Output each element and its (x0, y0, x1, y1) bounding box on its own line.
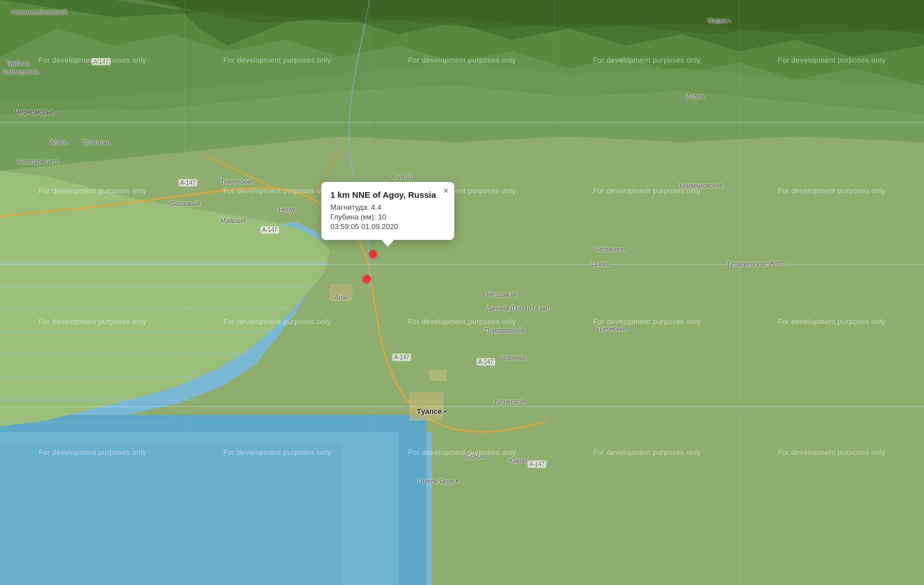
svg-rect-26 (0, 398, 199, 401)
map-container: For development purposes only For develo… (0, 0, 924, 585)
earthquake-marker-2[interactable] (363, 275, 371, 283)
svg-rect-29 (0, 443, 341, 585)
depth-value: 10 (378, 213, 386, 221)
svg-rect-22 (0, 307, 290, 310)
magnitude-value: 4.4 (371, 203, 382, 211)
magnitude-label: Магнитуда: (330, 203, 369, 211)
svg-rect-25 (0, 375, 227, 379)
svg-rect-23 (0, 330, 273, 333)
earthquake-popup: × 1 km NNE of Agoy, Russia Магнитуда: 4.… (321, 182, 454, 240)
svg-rect-21 (0, 284, 307, 288)
popup-close-button[interactable]: × (444, 186, 449, 196)
popup-title: 1 km NNE of Agoy, Russia (330, 190, 445, 200)
earthquake-marker-1[interactable] (369, 250, 377, 258)
lat-line-2 (0, 264, 924, 265)
svg-rect-27 (0, 421, 171, 424)
popup-magnitude: Магнитуда: 4.4 (330, 203, 445, 211)
popup-datetime: 03:59:05 01.09.2020 (330, 222, 445, 231)
svg-rect-20 (0, 262, 330, 266)
svg-rect-31 (330, 284, 353, 301)
svg-rect-24 (0, 352, 250, 356)
lat-line-3 (0, 406, 924, 407)
map-background (0, 0, 924, 585)
lat-line-1 (0, 122, 924, 123)
depth-label: Глубина (км): (330, 213, 376, 221)
svg-rect-33 (429, 370, 446, 381)
popup-depth: Глубина (км): 10 (330, 213, 445, 221)
